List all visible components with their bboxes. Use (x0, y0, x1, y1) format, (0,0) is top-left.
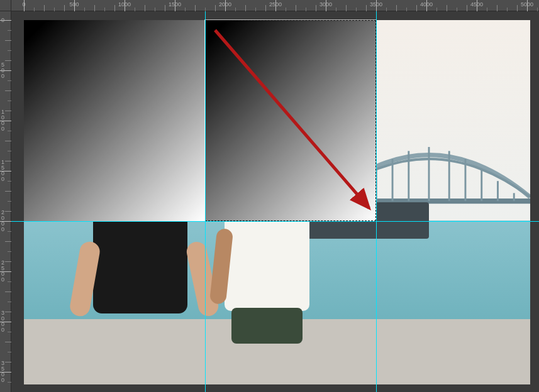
ruler-h-label: 5000 (521, 1, 533, 8)
ruler-h-label: 3000 (320, 1, 332, 8)
ruler-h-label: 3500 (370, 1, 382, 8)
ruler-v-label: 0 (1, 18, 10, 23)
ruler-v-label: 3000 (1, 310, 10, 333)
ruler-h-label: 1500 (169, 1, 181, 8)
ruler-h-label: 500 (69, 1, 79, 8)
ruler-v-label: 2500 (1, 260, 10, 283)
guide-horizontal[interactable] (11, 221, 539, 222)
guide-vertical-2[interactable] (376, 11, 377, 392)
ruler-v-label: 3500 (1, 361, 10, 383)
ruler-h-label: 4500 (470, 1, 483, 8)
ruler-h-label: 1000 (118, 1, 131, 8)
ruler-v-label: 1500 (1, 160, 10, 182)
ruler-v-label: 2000 (1, 210, 10, 232)
ruler-h-label: 2000 (219, 1, 231, 8)
guide-vertical-1[interactable] (205, 11, 206, 392)
ruler-origin[interactable] (0, 0, 11, 11)
selection-marquee[interactable] (205, 20, 376, 221)
ruler-v-label: 1000 (1, 109, 10, 132)
gradient-layer-1[interactable] (24, 20, 205, 221)
vertical-ruler[interactable]: 0500100015002000250030003500 (0, 11, 11, 392)
horizontal-ruler[interactable]: 0500100015002000250030003500400045005000 (11, 0, 539, 11)
document-canvas[interactable] (24, 20, 530, 384)
ruler-v-label: 500 (1, 62, 10, 79)
ruler-h-label: 0 (22, 1, 25, 8)
canvas-viewport[interactable] (11, 11, 539, 392)
ruler-h-label: 4000 (420, 1, 433, 8)
ruler-h-label: 2500 (269, 1, 282, 8)
